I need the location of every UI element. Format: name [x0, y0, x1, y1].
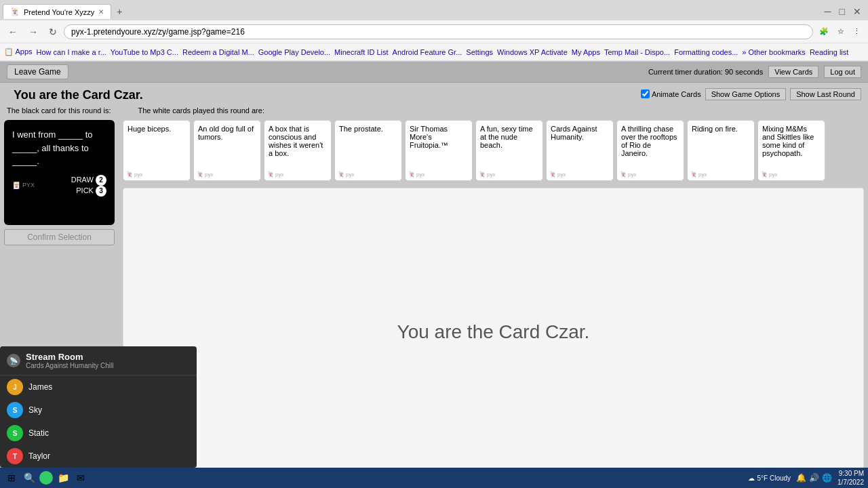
clock-date: 1/7/2022 [837, 478, 864, 487]
black-card-text: I went from _____ to _____, all thanks t… [12, 128, 106, 168]
tab-close-btn[interactable]: ✕ [98, 8, 104, 16]
white-cards-label: The white cards played this round are: [138, 106, 264, 115]
taskbar-mail-icon[interactable]: ✉ [73, 470, 88, 485]
white-card-8[interactable]: Riding on fire. 🃏 pyx [687, 120, 755, 181]
game-header: Leave Game Current timer duration: 90 se… [0, 62, 868, 83]
new-tab-btn[interactable]: + [111, 3, 127, 20]
card-mini-logo-5: 🃏 pyx [479, 171, 495, 178]
show-last-round-btn[interactable]: Show Last Round [790, 88, 861, 100]
pick-badge: 3 [96, 186, 106, 197]
white-cards-area: Huge biceps. 🃏 pyxAn old dog full of tum… [119, 116, 868, 488]
weather-icon: ☁ [748, 474, 755, 482]
czar-display: You are the Card Czar. [123, 188, 864, 476]
restore-btn[interactable]: □ [835, 4, 849, 19]
active-tab[interactable]: 🃏 Pretend You're Xyzzy ✕ [3, 4, 111, 19]
address-bar[interactable] [64, 24, 813, 39]
white-card-7[interactable]: A thrilling chase over the rooftops of R… [616, 120, 684, 181]
bookmark-5[interactable]: Minecraft ID List [334, 48, 388, 56]
back-btn[interactable]: ← [4, 24, 22, 39]
bookmark-10[interactable]: Temp Mail - Dispo... [604, 48, 670, 56]
tab-bar: 🃏 Pretend You're Xyzzy ✕ + ─ □ ✕ [0, 0, 868, 20]
card-mini-logo-0: 🃏 pyx [126, 171, 142, 178]
refresh-btn[interactable]: ↻ [45, 24, 61, 39]
stream-room-subtitle: Cards Against Humanity Chill [26, 362, 114, 369]
extensions-icon[interactable]: 🧩 [816, 26, 832, 37]
stream-username-0: James [28, 382, 52, 392]
czar-title: You are the Card Czar. [7, 84, 150, 104]
card-mini-logo-4: 🃏 pyx [408, 171, 425, 178]
taskbar-explorer-icon[interactable]: 📁 [56, 470, 71, 485]
user-avatar-3: T [7, 448, 23, 464]
white-card-2[interactable]: A box that is conscious and wishes it we… [264, 120, 332, 181]
bookmark-apps[interactable]: 📋 Apps [4, 47, 33, 56]
confirm-selection-btn[interactable]: Confirm Selection [4, 229, 115, 245]
draw-badge: 2 [96, 175, 106, 186]
bookmark-8[interactable]: Windows XP Activate [497, 48, 568, 56]
black-card-label: The black card for this round is: [7, 106, 111, 115]
settings-icon[interactable]: ⋮ [850, 26, 864, 37]
tray-icon-1[interactable]: 🔔 [796, 473, 806, 483]
bookmark-4[interactable]: Google Play Develo... [258, 48, 330, 56]
draw-pick-info: DRAW 2 PICK 3 [71, 175, 106, 197]
view-cards-btn[interactable]: View Cards [768, 66, 818, 78]
leave-game-btn[interactable]: Leave Game [7, 64, 68, 79]
bookmark-7[interactable]: Settings [466, 48, 493, 56]
white-cards-row: Huge biceps. 🃏 pyxAn old dog full of tum… [119, 116, 868, 184]
card-mini-logo-2: 🃏 pyx [267, 171, 283, 178]
stream-user-0: JJames [0, 375, 197, 399]
close-btn[interactable]: ✕ [849, 4, 865, 19]
card-mini-logo-6: 🃏 pyx [549, 171, 566, 178]
card-mini-logo-8: 🃏 pyx [690, 171, 707, 178]
bookmark-2[interactable]: YouTube to Mp3 C... [111, 48, 178, 56]
round-labels: The black card for this round is: The wh… [0, 105, 868, 116]
forward-btn[interactable]: → [24, 24, 42, 39]
taskbar-chrome-icon[interactable] [39, 471, 53, 485]
taskbar-right: ☁ 5°F Cloudy 🔔 🔊 🌐 9:30 PM 1/7/2022 [748, 469, 864, 487]
stream-username-3: Taylor [28, 451, 50, 461]
bookmark-6[interactable]: Android Feature Gr... [393, 48, 462, 56]
animate-cards-checkbox[interactable] [641, 89, 650, 98]
bookmark-icon[interactable]: ☆ [834, 26, 848, 37]
weather-text: 5°F Cloudy [757, 474, 791, 482]
system-clock: 9:30 PM 1/7/2022 [837, 469, 864, 487]
search-taskbar-icon[interactable]: 🔍 [22, 470, 37, 485]
stream-user-1: SSky [0, 399, 197, 422]
bookmark-3[interactable]: Redeem a Digital M... [182, 48, 254, 56]
white-card-6[interactable]: Cards Against Humanity. 🃏 pyx [546, 120, 614, 181]
log-out-btn[interactable]: Log out [824, 66, 861, 78]
white-card-9[interactable]: Mixing M&Ms and Skittles like some kind … [757, 120, 825, 181]
animate-cards-label: Animate Cards [641, 89, 701, 98]
stream-room-popup: 📡 Stream Room Cards Against Humanity Chi… [0, 346, 197, 468]
nav-bar: ← → ↻ 🧩 ☆ ⋮ [0, 20, 868, 43]
show-game-options-btn[interactable]: Show Game Options [705, 88, 787, 100]
stream-username-1: Sky [28, 405, 42, 415]
user-avatar-1: S [7, 402, 23, 418]
white-card-1[interactable]: An old dog full of tumors. 🃏 pyx [193, 120, 261, 181]
bookmark-1[interactable]: How can I make a r... [37, 48, 106, 56]
card-mini-logo-1: 🃏 pyx [197, 171, 213, 178]
black-card: I went from _____ to _____, all thanks t… [4, 120, 115, 225]
bookmark-9[interactable]: My Apps [572, 48, 600, 56]
draw-label: DRAW [71, 176, 94, 184]
card-mini-logo-9: 🃏 pyx [761, 171, 777, 178]
tray-icon-3[interactable]: 🌐 [822, 473, 832, 483]
bookmark-reading[interactable]: Reading list [810, 48, 848, 56]
white-card-4[interactable]: Sir Thomas More's Fruitopia.™ 🃏 pyx [405, 120, 473, 181]
white-card-3[interactable]: The prostate. 🃏 pyx [334, 120, 402, 181]
card-mini-logo-3: 🃏 pyx [338, 171, 354, 178]
card-mini-logo-7: 🃏 pyx [620, 171, 636, 178]
white-card-0[interactable]: Huge biceps. 🃏 pyx [123, 120, 191, 181]
start-btn[interactable]: ⊞ [4, 470, 19, 485]
stream-room-title: Stream Room [26, 352, 114, 362]
timer-area: Current timer duration: 90 seconds View … [648, 66, 861, 78]
taskbar-left: ⊞ 🔍 📁 ✉ [4, 470, 88, 485]
game-header-left: Leave Game [7, 64, 68, 79]
minimize-btn[interactable]: ─ [821, 4, 835, 19]
white-card-5[interactable]: A fun, sexy time at the nude beach. 🃏 py… [475, 120, 543, 181]
bookmark-other[interactable]: » Other bookmarks [742, 48, 806, 56]
timer-label: Current timer duration: 90 seconds [648, 68, 763, 76]
bookmark-11[interactable]: Formatting codes... [674, 48, 738, 56]
stream-icon: 📡 [7, 354, 20, 367]
tray-icon-2[interactable]: 🔊 [809, 473, 819, 483]
czar-display-text: You are the Card Czar. [397, 321, 590, 343]
